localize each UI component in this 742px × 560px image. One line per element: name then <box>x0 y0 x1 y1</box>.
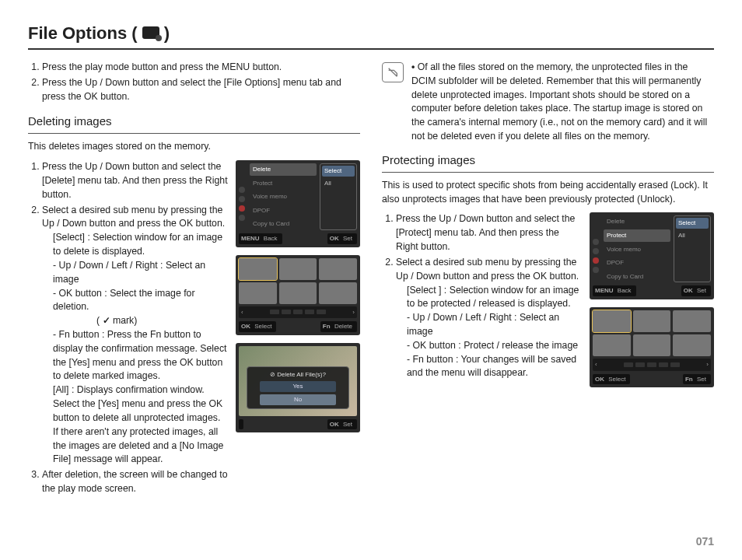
deleting-steps: Press the Up / Down button and select th… <box>28 160 228 496</box>
camera-submenu: Select All <box>320 163 357 230</box>
camera-menu-item: Protect <box>250 177 317 190</box>
step2-lead: Select a desired sub menu by pressing th… <box>42 205 225 229</box>
note-icon <box>382 62 404 82</box>
page-title: File Options ( ) <box>28 23 170 44</box>
file-options-icon <box>142 26 159 39</box>
camera-screenshot-protect-menu: Delete Protect Voice memo DPOF Copy to C… <box>590 212 714 299</box>
select-ok: - OK button : Select the image for delet… <box>42 287 228 328</box>
camera-screenshot-grid: ‹ › OK Select Fn Delete <box>236 255 360 335</box>
note-callout: Of all the files stored on the memory, t… <box>382 61 714 144</box>
protecting-desc: This is used to protect specific shots f… <box>382 179 714 207</box>
pselect-label: [Select ] : Selection window for an imag… <box>396 284 582 312</box>
confirm-no: No <box>260 394 336 405</box>
deleting-step-3: After deletion, the screen will be chang… <box>42 468 228 496</box>
camera-menu-item: Copy to Card <box>250 218 317 230</box>
select-fn: - Fn button : Press the Fn button to dis… <box>42 328 228 383</box>
deleting-desc: This deletes images stored on the memory… <box>28 140 360 154</box>
chevron-right-icon: › <box>706 360 709 369</box>
right-column: Of all the files stored on the memory, t… <box>382 61 714 498</box>
camera-menu-item: Delete <box>250 163 317 176</box>
pselect-nav: - Up / Down / Left / Right : Select an i… <box>396 311 582 339</box>
intro-step: Press the Up / Down button and select th… <box>42 76 360 104</box>
deleting-step-1: Press the Up / Down button and select th… <box>42 160 228 201</box>
protecting-step-2: Select a desired sub menu by pressing th… <box>396 256 582 380</box>
camera-screenshot-confirm: ⊘ Delete All File(s)? Yes No OK Set <box>236 343 360 433</box>
select-label: [Select] : Selection window for an image… <box>42 231 228 259</box>
pselect-fn: - Fn button : Your changes will be saved… <box>396 353 582 381</box>
chevron-left-icon: ‹ <box>595 360 597 369</box>
camera-screenshot-menu: Delete Protect Voice memo DPOF Copy to C… <box>236 160 360 247</box>
pselect-ok: - OK button : Protect / release the imag… <box>396 339 582 353</box>
camera-screenshot-protect-grid: ‹ › OK Select Fn Set <box>590 307 714 387</box>
chevron-left-icon: ‹ <box>241 308 243 317</box>
title-text: File Options ( <box>28 23 138 43</box>
camera-submenu-item: Select <box>676 218 709 229</box>
camera-submenu-item: All <box>322 178 355 189</box>
deleting-step-2: Select a desired sub menu by pressing th… <box>42 204 228 467</box>
deleting-thumbnails: Delete Protect Voice memo DPOF Copy to C… <box>236 160 360 498</box>
confirm-yes: Yes <box>260 381 336 392</box>
camera-submenu-item: Select <box>322 166 355 177</box>
camera-menu-item: Voice memo <box>604 243 670 256</box>
camera-menu-item: Copy to Card <box>604 271 670 283</box>
confirm-question: ⊘ Delete All File(s)? <box>270 370 326 380</box>
all-label: [All] : Displays confirmation window. Se… <box>42 383 228 467</box>
confirm-dialog: ⊘ Delete All File(s)? Yes No <box>247 366 349 409</box>
page-title-row: File Options ( ) <box>28 23 714 50</box>
protecting-thumbnails: Delete Protect Voice memo DPOF Copy to C… <box>590 212 714 387</box>
section-heading-deleting: Deleting images <box>28 113 360 134</box>
title-close-paren: ) <box>164 23 170 43</box>
camera-menu-item: Delete <box>604 215 670 228</box>
intro-step: Press the play mode button and press the… <box>42 61 360 75</box>
select-nav: - Up / Down / Left / Right : Select an i… <box>42 259 228 287</box>
camera-tab-dots <box>239 187 245 221</box>
left-column: Press the play mode button and press the… <box>28 61 360 498</box>
intro-steps: Press the play mode button and press the… <box>28 61 360 103</box>
camera-menu-item: DPOF <box>250 205 317 217</box>
protecting-steps: Press the Up / Down button and select th… <box>382 212 582 380</box>
pstep2-lead: Select a desired sub menu by pressing th… <box>396 257 579 282</box>
page-number: 071 <box>696 535 714 548</box>
chevron-right-icon: › <box>352 308 355 317</box>
camera-menu-item: Voice memo <box>250 191 317 203</box>
check-icon: ✓ <box>103 315 110 326</box>
camera-menu-item: Protect <box>604 229 670 242</box>
section-heading-protecting: Protecting images <box>382 152 714 173</box>
camera-menu-item: DPOF <box>604 257 670 269</box>
camera-menu-list: Delete Protect Voice memo DPOF Copy to C… <box>250 163 317 230</box>
protecting-step-1: Press the Up / Down button and select th… <box>396 212 582 254</box>
note-text: Of all the files stored on the memory, t… <box>411 61 714 144</box>
camera-submenu-item: All <box>676 230 709 241</box>
